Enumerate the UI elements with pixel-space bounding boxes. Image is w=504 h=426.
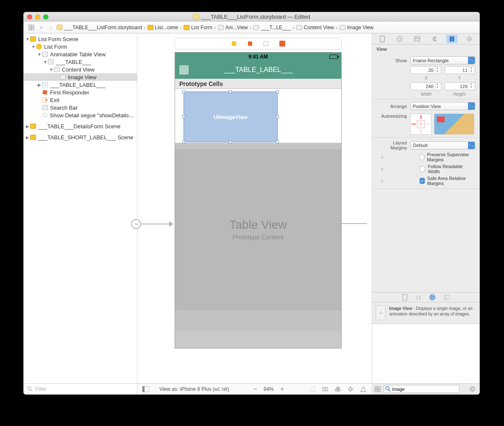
back-icon[interactable]: ‹	[37, 24, 45, 31]
outline-table-label[interactable]: ▶<___TABLE_LABEL___	[24, 81, 137, 89]
nav-title: ___TABLE_LABEL___	[224, 66, 292, 74]
outline-filter[interactable]: Filter	[24, 383, 137, 394]
forward-icon[interactable]: ›	[47, 24, 55, 31]
svg-rect-31	[415, 37, 420, 41]
status-bar: 9:41 AM	[175, 53, 341, 61]
readable-width-checkbox[interactable]	[420, 166, 426, 172]
add-trait-icon[interactable]: +	[381, 166, 384, 172]
status-time: 9:41 AM	[248, 54, 268, 60]
arrange-select[interactable]: Position View	[410, 102, 475, 110]
height-field[interactable]: 128▴▾	[445, 82, 476, 90]
outline-scene2[interactable]: ▶___TABLE___DetailsForm Scene	[24, 122, 137, 130]
library-tabs: { }	[372, 292, 479, 302]
exit-dock-icon[interactable]	[263, 41, 269, 47]
outline-scene3[interactable]: ▶___TABLE_SHORT_LABEL___ Scene	[24, 133, 137, 141]
resolve-issues-icon[interactable]	[359, 385, 368, 393]
crumb-scene[interactable]: List...cene	[155, 25, 178, 30]
svg-rect-57	[378, 387, 380, 389]
outline-listform[interactable]: ▼List Form	[24, 43, 137, 50]
jumpbar: ‹ › ___TABLE___ListForm.storyboard › Lis…	[24, 22, 479, 33]
uiimageview-label: UIImageView	[214, 114, 248, 120]
code-snippet-lib-icon[interactable]: { }	[416, 295, 420, 300]
file-inspector-icon[interactable]	[377, 35, 388, 43]
embed-in-icon[interactable]	[321, 385, 329, 393]
toggle-outline-icon[interactable]	[142, 385, 150, 393]
title-text: ___TABLE___ListForm.storyboard — Edited	[201, 14, 310, 20]
y-field[interactable]: 11▴▾	[445, 66, 476, 74]
help-inspector-icon[interactable]: ?	[394, 35, 405, 43]
attributes-inspector-icon[interactable]	[429, 35, 440, 43]
crumb-anim[interactable]: Ani...View	[226, 25, 248, 30]
view-as-label[interactable]: View as: iPhone 8 Plus (wC hR)	[159, 386, 229, 392]
x-field[interactable]: 20▴▾	[410, 66, 441, 74]
outline-table[interactable]: ▼___TABLE___	[24, 58, 137, 66]
outline-content-view[interactable]: ▼Content View	[24, 66, 137, 73]
autoresizing-label: Autoresizing	[376, 113, 407, 119]
selected-image-view[interactable]: UIImageView	[184, 91, 278, 142]
outline-search-bar[interactable]: Search Bar	[24, 104, 137, 111]
outline-anim-table[interactable]: ▼Animatable Table View	[24, 50, 137, 58]
connections-inspector-icon[interactable]	[464, 35, 475, 43]
width-field[interactable]: 240▴▾	[410, 82, 441, 90]
interface-builder-canvas[interactable]: ↪ 9:41 AM	[137, 33, 372, 394]
outline-exit[interactable]: Exit	[24, 96, 137, 104]
crumb-listform[interactable]: List Form	[191, 25, 212, 30]
svg-rect-17	[310, 387, 315, 391]
table-view-title: Table View	[230, 218, 287, 232]
add-trait-icon[interactable]: +	[381, 154, 384, 160]
outline-first-responder[interactable]: First Responder	[24, 89, 137, 96]
object-lib-icon[interactable]	[429, 294, 435, 300]
svg-rect-28	[380, 36, 384, 42]
crumb-image[interactable]: Image View	[347, 25, 373, 30]
svg-point-8	[43, 113, 47, 117]
file-icon	[57, 25, 62, 30]
align-icon[interactable]	[334, 385, 342, 393]
controller-dock-icon[interactable]	[231, 41, 237, 47]
scene-dock[interactable]	[175, 38, 342, 50]
zoom-in-icon[interactable]: +	[278, 385, 287, 393]
zoom-level[interactable]: 94%	[264, 386, 274, 392]
prototype-cell[interactable]: UIImageView	[175, 89, 341, 143]
crumb-content[interactable]: Content View	[304, 25, 334, 30]
svg-rect-14	[279, 41, 285, 47]
inspector-tabs: ?	[372, 33, 479, 44]
identity-inspector-icon[interactable]	[412, 35, 423, 43]
crumb-table[interactable]: ___T...LE___	[261, 25, 291, 30]
outline-segue[interactable]: Show Detail segue "showDetails" t...	[24, 111, 137, 119]
outline-image-view[interactable]: Image View	[24, 73, 137, 81]
svg-rect-13	[264, 41, 268, 46]
zoom-out-icon[interactable]: −	[251, 385, 259, 393]
clear-search-icon[interactable]: ✕	[470, 386, 475, 392]
svg-text:?: ?	[399, 37, 401, 41]
add-trait-icon[interactable]: +	[381, 178, 384, 184]
show-select[interactable]: Frame Rectangle	[410, 56, 475, 64]
first-responder-dock-icon[interactable]	[247, 41, 253, 47]
preserve-margins-checkbox[interactable]	[420, 154, 425, 160]
titlebar[interactable]: ___TABLE___ListForm.storyboard — Edited	[24, 12, 479, 22]
safe-area-label: Safe Area Relative Margins	[427, 176, 475, 186]
media-lib-icon[interactable]	[444, 295, 450, 300]
crumb-file[interactable]: ___TABLE___ListForm.storyboard	[64, 25, 142, 30]
file-template-lib-icon[interactable]	[402, 294, 408, 301]
svg-point-36	[434, 36, 436, 38]
storyboard-file-icon	[193, 14, 199, 20]
update-frames-icon[interactable]	[308, 385, 317, 393]
outline-scene[interactable]: ▼List Form Scene	[24, 35, 137, 43]
size-inspector-icon[interactable]	[446, 35, 457, 43]
preserve-margins-label: Preserve Superview Margins	[427, 152, 475, 162]
search-dock-icon[interactable]	[279, 41, 285, 47]
svg-rect-23	[349, 388, 352, 390]
autoresizing-control[interactable]	[410, 113, 432, 135]
library-grid-icon[interactable]	[375, 386, 381, 392]
library-search-input[interactable]	[383, 385, 459, 393]
related-items-icon[interactable]	[27, 24, 36, 31]
pin-icon[interactable]	[346, 385, 355, 393]
svg-rect-39	[450, 36, 451, 41]
svg-rect-41	[453, 36, 454, 41]
svg-rect-12	[248, 41, 252, 46]
margins-select[interactable]: Default	[410, 141, 475, 149]
view-icon	[253, 25, 259, 30]
svg-rect-50	[403, 294, 407, 300]
library-item[interactable]: Image View - Displays a single image, or…	[372, 302, 479, 324]
safe-area-checkbox[interactable]: ✓	[420, 178, 425, 184]
